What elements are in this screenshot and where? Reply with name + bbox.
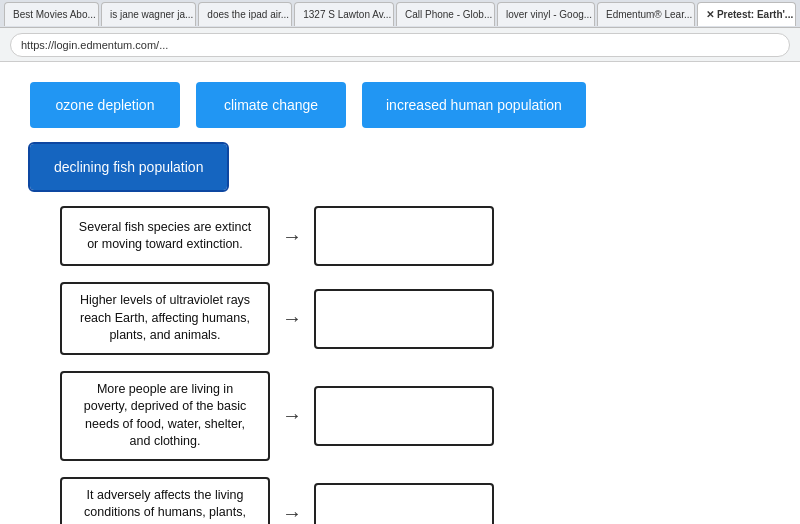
match-right-4[interactable] — [314, 483, 494, 524]
answer-btn-ozone[interactable]: ozone depletion — [30, 82, 180, 128]
match-left-4: It adversely affects the living conditio… — [60, 477, 270, 524]
address-bar[interactable]: https://login.edmentum.com/... — [10, 33, 790, 57]
answer-btn-fish[interactable]: declining fish population — [30, 144, 227, 190]
main-content: ozone depletion climate change increased… — [0, 62, 800, 524]
match-row-3: More people are living in poverty, depri… — [60, 371, 770, 461]
match-row-1: Several fish species are extinct or movi… — [60, 206, 770, 266]
tab-8[interactable]: ✕ Pretest: Earth'... — [697, 2, 796, 26]
tab-5[interactable]: Call Phone - Glob... — [396, 2, 495, 26]
arrow-4: → — [282, 502, 302, 524]
match-left-2: Higher levels of ultraviolet rays reach … — [60, 282, 270, 355]
tab-3[interactable]: does the ipad air... — [198, 2, 292, 26]
tab-4[interactable]: 1327 S Lawton Av... — [294, 2, 394, 26]
matching-area: Several fish species are extinct or movi… — [30, 206, 770, 524]
tab-1[interactable]: Best Movies Abo... — [4, 2, 99, 26]
tab-7[interactable]: Edmentum® Lear... — [597, 2, 695, 26]
arrow-1: → — [282, 225, 302, 248]
match-row-4: It adversely affects the living conditio… — [60, 477, 770, 524]
match-right-2[interactable] — [314, 289, 494, 349]
match-right-1[interactable] — [314, 206, 494, 266]
answer-btn-climate[interactable]: climate change — [196, 82, 346, 128]
arrow-3: → — [282, 404, 302, 427]
answer-btn-population[interactable]: increased human population — [362, 82, 586, 128]
answer-buttons: ozone depletion climate change increased… — [30, 82, 770, 190]
tab-bar: Best Movies Abo... is jane wagner ja... … — [0, 0, 800, 28]
match-left-1: Several fish species are extinct or movi… — [60, 206, 270, 266]
toolbar: https://login.edmentum.com/... — [0, 28, 800, 62]
match-right-3[interactable] — [314, 386, 494, 446]
match-left-3: More people are living in poverty, depri… — [60, 371, 270, 461]
tab-6[interactable]: lover vinyl - Goog... — [497, 2, 595, 26]
tab-2[interactable]: is jane wagner ja... — [101, 2, 196, 26]
arrow-2: → — [282, 307, 302, 330]
match-row-2: Higher levels of ultraviolet rays reach … — [60, 282, 770, 355]
address-text: https://login.edmentum.com/... — [21, 39, 168, 51]
